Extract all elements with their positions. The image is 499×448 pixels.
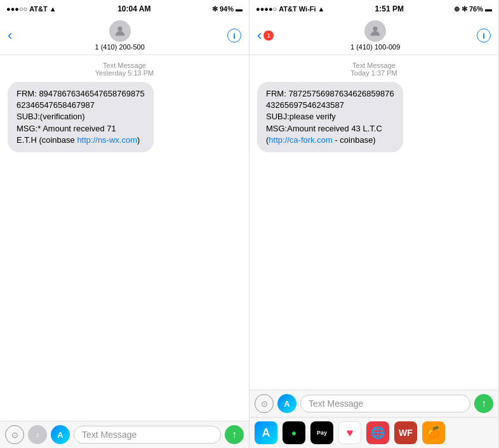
status-left-2: ●●●●○ AT&T Wi-Fi ▲ [256,5,324,13]
audio-icon-1: ♪ [36,430,39,439]
input-placeholder-2: Text Message [309,399,363,409]
send-icon-1: ↑ [232,429,237,440]
camera-button-2[interactable]: ⊙ [255,394,274,413]
bluetooth-icon-2: ✻ [462,5,467,13]
status-right-2: ⊕ ✻ 76% ▬ [454,5,492,13]
audio-button-1[interactable]: ♪ [28,425,47,444]
msg-link-2[interactable]: http://ca-fork.com [269,135,332,145]
appstore-icon-1: A [57,430,63,440]
info-button-1[interactable]: i [227,29,241,43]
appstore-button-2[interactable]: A [277,394,296,413]
message-area-1: Text Message Yesterday 5:13 PM FRM: 8947… [0,55,249,421]
health-dock-wrap: ♥ [338,421,361,444]
appstore-dock-wrap: A [255,421,277,444]
status-left-1: ●●●○○ AT&T ▲ [6,5,57,13]
time-1: 10:04 AM [117,4,150,13]
nav-bar-1: ‹ 1 (410) 200-500 i [0,18,249,55]
status-bar-1: ●●●○○ AT&T ▲ 10:04 AM ✻ 94% ▬ [0,0,249,18]
camera-button-1[interactable]: ⊙ [5,425,24,444]
input-bar-1: ⊙ ♪ A Text Message ↑ [0,421,249,448]
carrier-2: AT&T Wi-Fi [279,5,316,13]
phone-screen-1: ●●●○○ AT&T ▲ 10:04 AM ✻ 94% ▬ ‹ 1 (410) … [0,0,250,448]
app-dock-2: A ● Pay ♥ 🌐 WF 🍊 [250,417,498,448]
send-button-2[interactable]: ↑ [474,394,493,413]
message-input-1[interactable]: Text Message [74,426,221,444]
avatar-1 [109,20,131,42]
signal-dots-1: ●●●○○ [6,5,27,13]
camera-icon-1: ⊙ [11,430,18,440]
info-button-2[interactable]: i [477,29,491,43]
status-bar-2: ●●●●○ AT&T Wi-Fi ▲ 1:51 PM ⊕ ✻ 76% ▬ [250,0,498,18]
msg-text-2: FRM: 78725756987634626859876432656975462… [266,89,394,145]
message-meta-1: Text Message Yesterday 5:13 PM [8,62,241,77]
send-icon-2: ↑ [481,398,486,409]
wf-dock-wrap: WF [394,421,417,444]
message-meta-2: Text Message Today 1:37 PM [257,62,491,77]
health-dock-icon[interactable]: ♥ [338,421,361,444]
contact-info-2: 1 (410) 100-009 [350,20,400,51]
avatar-2 [364,20,386,42]
appstore-button-1[interactable]: A [51,425,70,444]
wifi-icon-2: ▲ [318,5,325,13]
contact-info-1: 1 (410) 200-500 [95,20,145,51]
phone-number-2: 1 (410) 100-009 [350,43,400,51]
battery-pct-2: 76% [469,5,483,13]
back-button-2[interactable]: ‹ 1 [257,27,274,44]
wifi-icon-1: ▲ [50,5,57,13]
battery-icon-2: ▬ [485,5,492,13]
person-icon-1 [113,24,127,38]
status-right-1: ✻ 94% ▬ [212,5,243,13]
battery-icon-1: ▬ [236,5,243,13]
carrier-1: AT&T [29,5,48,13]
message-area-2: Text Message Today 1:37 PM FRM: 78725756… [250,55,498,390]
message-input-2[interactable]: Text Message [300,395,470,412]
badge-2: 1 [263,30,274,41]
message-bubble-2: FRM: 78725756987634626859876432656975462… [257,82,491,152]
svg-point-1 [373,27,377,31]
applepay-dock-icon[interactable]: Pay [310,421,333,444]
person-icon-2 [368,24,382,38]
appstore-dock-icon[interactable]: A [255,421,277,444]
camera-icon-2: ⊙ [261,399,268,409]
applepay-dock-wrap: Pay [310,421,333,444]
msg-link-1[interactable]: http://ns-wx.com [77,135,137,145]
globe-dock-wrap: 🌐 [366,421,389,444]
battery-pct-1: 94% [220,5,234,13]
input-bar-2: ⊙ A Text Message ↑ [250,390,498,417]
wf-dock-icon[interactable]: WF [394,421,417,444]
back-button-1[interactable]: ‹ [8,27,12,44]
svg-point-0 [117,27,122,31]
time-2: 1:51 PM [375,4,404,13]
extra-dock-icon[interactable]: 🍊 [422,421,445,444]
phone-number-1: 1 (410) 200-500 [95,43,145,51]
location-icon-2: ⊕ [454,5,460,13]
msg-text-1: FRM: 89478676346547658769875623465476584… [17,89,145,145]
activity-dock-icon[interactable]: ● [283,421,305,444]
input-placeholder-1: Text Message [82,430,136,440]
extra-dock-wrap: 🍊 [422,421,445,444]
globe-dock-icon[interactable]: 🌐 [366,421,389,444]
nav-bar-2: ‹ 1 1 (410) 100-009 i [250,18,498,55]
appstore-icon-2: A [284,399,289,409]
message-bubble-1: FRM: 89478676346547658769875623465476584… [8,82,241,152]
phone-screen-2: ●●●●○ AT&T Wi-Fi ▲ 1:51 PM ⊕ ✻ 76% ▬ ‹ 1… [250,0,499,448]
activity-dock-wrap: ● [283,421,305,444]
signal-2: ●●●●○ [256,5,277,13]
send-button-1[interactable]: ↑ [225,425,244,444]
bluetooth-icon-1: ✻ [212,5,218,13]
